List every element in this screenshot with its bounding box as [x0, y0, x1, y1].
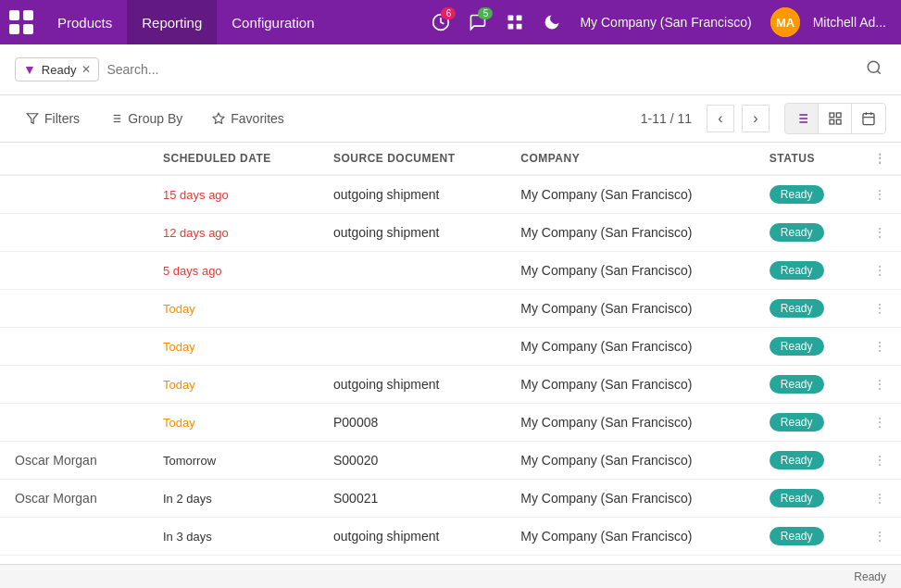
svg-rect-8	[517, 24, 522, 30]
grid-icon-btn[interactable]	[498, 6, 532, 39]
cell-actions[interactable]: ⋮	[858, 518, 901, 556]
cell-contact	[0, 214, 148, 252]
cell-scheduled-date: Today	[148, 404, 319, 442]
status-badge: Ready	[770, 299, 824, 318]
cell-source-document: outgoing shipment	[319, 366, 506, 404]
table-row[interactable]: Oscar Morgan In 2 days S00021 My Company…	[0, 480, 901, 518]
next-page-button[interactable]: ›	[742, 105, 770, 132]
status-bar-label: Ready	[854, 570, 886, 583]
table-row[interactable]: Today My Company (San Francisco) Ready ⋮	[0, 328, 901, 366]
cell-contact: Oscar Morgan	[0, 442, 148, 480]
view-buttons	[784, 103, 886, 134]
navbar: Products Reporting Configuration 6 5	[0, 0, 901, 44]
cell-scheduled-date: In 2 days	[148, 480, 319, 518]
cell-contact	[0, 290, 148, 328]
nav-item-products[interactable]: Products	[43, 0, 127, 44]
cell-scheduled-date: 15 days ago	[148, 175, 319, 214]
cell-status: Ready	[755, 404, 858, 442]
cell-scheduled-date: In 3 days	[148, 518, 319, 556]
svg-rect-1	[23, 10, 33, 20]
cell-actions[interactable]: ⋮	[858, 252, 901, 290]
cell-actions[interactable]: ⋮	[858, 175, 901, 214]
calendar-view-button[interactable]	[852, 104, 885, 133]
svg-rect-28	[836, 113, 841, 118]
col-header-status[interactable]: STATUS	[755, 143, 858, 175]
status-badge: Ready	[770, 451, 824, 469]
cell-status: Ready	[755, 252, 858, 290]
company-selector[interactable]: My Company (San Francisco)	[569, 0, 762, 44]
cell-status: Ready	[755, 175, 858, 214]
cell-company: My Company (San Francisco)	[506, 290, 755, 328]
col-header-company[interactable]: COMPANY	[506, 143, 755, 175]
favorites-button[interactable]: Favorites	[201, 106, 295, 131]
table-container: SCHEDULED DATE SOURCE DOCUMENT COMPANY S…	[0, 143, 901, 588]
table-row[interactable]: Today outgoing shipment My Company (San …	[0, 366, 901, 404]
user-avatar[interactable]: MA Mitchell Ad...	[763, 6, 894, 39]
chat-icon-btn[interactable]: 5	[461, 6, 494, 39]
status-badge: Ready	[770, 489, 824, 507]
col-header-source-document[interactable]: SOURCE DOCUMENT	[319, 143, 506, 175]
company-name: My Company (San Francisco)	[580, 15, 751, 30]
table-row[interactable]: Oscar Morgan Tomorrow S00020 My Company …	[0, 442, 901, 480]
nav-item-reporting[interactable]: Reporting	[127, 0, 217, 44]
cell-scheduled-date: Today	[148, 328, 319, 366]
status-badge: Ready	[770, 261, 824, 280]
table-row[interactable]: Today P00008 My Company (San Francisco) …	[0, 404, 901, 442]
svg-rect-31	[863, 114, 874, 125]
nav-item-configuration[interactable]: Configuration	[217, 0, 329, 44]
svg-rect-27	[830, 113, 834, 118]
table-row[interactable]: 12 days ago outgoing shipment My Company…	[0, 214, 901, 252]
filter-remove-icon[interactable]: ✕	[81, 63, 91, 76]
cell-actions[interactable]: ⋮	[858, 404, 901, 442]
status-badge: Ready	[770, 223, 824, 242]
cell-actions[interactable]: ⋮	[858, 480, 901, 518]
col-header-actions: ⋮	[858, 143, 901, 175]
cell-source-document: P00008	[319, 404, 506, 442]
nav-icons: 6 5	[424, 6, 569, 39]
table-row[interactable]: 15 days ago outgoing shipment My Company…	[0, 175, 901, 214]
brand-logo[interactable]	[7, 8, 35, 36]
table-row[interactable]: In 3 days outgoing shipment My Company (…	[0, 518, 901, 556]
kanban-view-button[interactable]	[819, 104, 852, 133]
cell-company: My Company (San Francisco)	[506, 442, 755, 480]
svg-rect-5	[508, 16, 514, 21]
svg-rect-7	[508, 24, 514, 30]
cell-scheduled-date: Today	[148, 366, 319, 404]
cell-status: Ready	[755, 290, 858, 328]
list-view-button[interactable]	[785, 104, 819, 133]
table-header-row: SCHEDULED DATE SOURCE DOCUMENT COMPANY S…	[0, 143, 901, 175]
cell-status: Ready	[755, 518, 858, 556]
cell-status: Ready	[755, 366, 858, 404]
cell-scheduled-date: 5 days ago	[148, 252, 319, 290]
cell-actions[interactable]: ⋮	[858, 366, 901, 404]
cell-actions[interactable]: ⋮	[858, 214, 901, 252]
cell-contact	[0, 175, 148, 214]
cell-contact	[0, 252, 148, 290]
activity-icon-btn[interactable]: 6	[424, 6, 457, 39]
cell-company: My Company (San Francisco)	[506, 480, 755, 518]
favorites-label: Favorites	[231, 111, 284, 126]
cell-company: My Company (San Francisco)	[506, 252, 755, 290]
cell-contact	[0, 328, 148, 366]
cell-actions[interactable]: ⋮	[858, 442, 901, 480]
filters-button[interactable]: Filters	[15, 106, 91, 131]
svg-line-12	[877, 70, 880, 73]
cell-company: My Company (San Francisco)	[506, 328, 755, 366]
moon-icon-btn[interactable]	[535, 6, 569, 39]
group-by-button[interactable]: Group By	[98, 106, 194, 131]
table-row[interactable]: 5 days ago My Company (San Francisco) Re…	[0, 252, 901, 290]
cell-source-document: S00021	[319, 480, 506, 518]
status-badge: Ready	[770, 413, 824, 432]
table-row[interactable]: Today My Company (San Francisco) Ready ⋮	[0, 290, 901, 328]
col-header-scheduled-date[interactable]: SCHEDULED DATE	[148, 143, 319, 175]
records-table: SCHEDULED DATE SOURCE DOCUMENT COMPANY S…	[0, 143, 901, 588]
cell-actions[interactable]: ⋮	[858, 328, 901, 366]
cell-scheduled-date: Today	[148, 290, 319, 328]
prev-page-button[interactable]: ‹	[707, 105, 734, 132]
cell-actions[interactable]: ⋮	[858, 290, 901, 328]
cell-source-document	[319, 252, 506, 290]
svg-marker-13	[27, 114, 38, 124]
cell-status: Ready	[755, 214, 858, 252]
search-input[interactable]	[106, 62, 855, 77]
search-button[interactable]	[862, 56, 886, 83]
